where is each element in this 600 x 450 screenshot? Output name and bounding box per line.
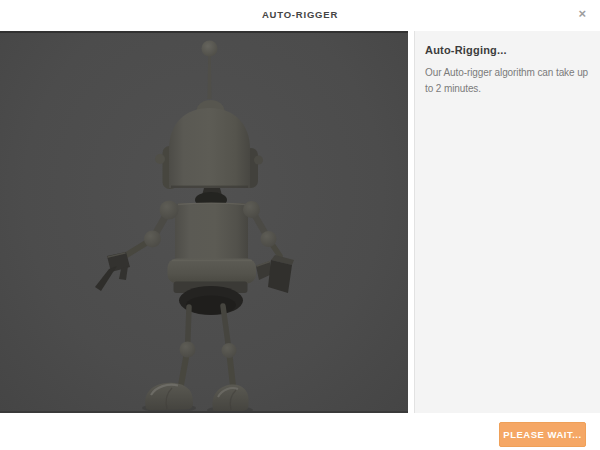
robot-hips <box>168 259 257 316</box>
robot-left-foot <box>145 383 193 410</box>
robot-right-leg <box>222 306 237 386</box>
dialog-header: AUTO-RIGGER × <box>0 0 600 31</box>
sidebar: Auto-Rigging... Our Auto-rigger algorith… <box>414 31 600 413</box>
robot-model <box>0 33 408 411</box>
robot-torso <box>160 201 261 261</box>
dialog-title: AUTO-RIGGER <box>0 9 600 20</box>
please-wait-button[interactable]: PLEASE WAIT... <box>499 422 586 447</box>
sidebar-description: Our Auto-rigger algorithm can take up to… <box>425 65 597 96</box>
sidebar-heading: Auto-Rigging... <box>425 44 590 56</box>
model-viewport[interactable] <box>0 31 408 413</box>
robot-left-leg <box>180 307 196 385</box>
robot-left-arm <box>95 210 169 291</box>
robot-head <box>155 108 263 189</box>
robot-right-foot <box>212 385 248 411</box>
close-icon[interactable]: × <box>576 5 588 22</box>
robot-right-arm <box>252 210 295 294</box>
